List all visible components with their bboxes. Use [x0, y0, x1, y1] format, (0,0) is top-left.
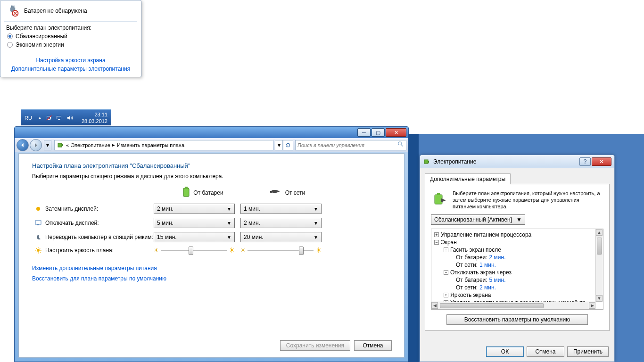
plan-saver-radio[interactable]: Экономия энергии	[0, 41, 141, 49]
dim-ac-value[interactable]: 1 мин.	[479, 262, 496, 268]
tree-leaf-dim-ac[interactable]: От сети:1 мин.	[433, 261, 594, 269]
save-button[interactable]: Сохранить изменения	[280, 340, 350, 351]
svg-rect-8	[62, 144, 63, 146]
row-off: Отключать дисплей: 5 мин.▼ 2 мин.▼	[32, 218, 391, 228]
links-section: Изменить дополнительные параметры питани…	[32, 265, 391, 282]
svg-rect-0	[11, 6, 12, 8]
col-ac: От сети	[245, 188, 330, 197]
close-button[interactable]: ✕	[592, 157, 611, 166]
power-large-icon	[431, 190, 448, 207]
network-tray-icon[interactable]	[56, 114, 63, 122]
breadcrumb-1[interactable]: Электропитание	[71, 142, 110, 148]
off-battery-dropdown[interactable]: 5 мин.▼	[154, 218, 235, 228]
search-icon	[397, 141, 404, 149]
dim-battery-dropdown[interactable]: 2 мин.▼	[154, 204, 235, 214]
plan-select-label: Выберите план электропитания:	[0, 22, 141, 32]
svg-rect-1	[14, 6, 15, 8]
ok-button[interactable]: ОК	[486, 346, 524, 357]
svg-rect-18	[424, 160, 428, 164]
maximize-button[interactable]: ▢	[372, 128, 385, 137]
page-subtitle: Выберите параметры спящего режима и дисп…	[32, 173, 391, 180]
search-input[interactable]	[297, 142, 397, 148]
help-button[interactable]: ?	[579, 157, 591, 166]
tree-node-off[interactable]: −Отключать экран через	[433, 269, 594, 276]
tree-node-brightness[interactable]: +Яркость экрана	[433, 291, 594, 299]
address-bar[interactable]: « Электропитание ▸ Изменить параметры пл…	[54, 140, 273, 150]
nav-history-dropdown[interactable]: ▾	[44, 140, 51, 150]
brightness-link[interactable]: Настройка яркости экрана	[2, 56, 139, 65]
battery-flyout: Батарея не обнаружена Выберите план элек…	[0, 0, 141, 77]
vertical-scrollbar[interactable]: ▲ ▼	[595, 229, 603, 302]
sun-small-icon: ☀	[154, 247, 159, 254]
window-body: Настройка плана электропитания "Сбаланси…	[18, 153, 405, 358]
lang-indicator[interactable]: RU	[21, 115, 36, 121]
svg-rect-7	[58, 143, 62, 147]
power-plan-window: ─ ▢ ✕ ▾ « Электропитание ▸ Изменить пара…	[14, 126, 409, 362]
sun-small-icon: ☀	[240, 247, 246, 254]
dim-ac-dropdown[interactable]: 1 мин.▼	[240, 204, 322, 214]
svg-rect-16	[37, 224, 39, 225]
dim-icon	[35, 206, 41, 212]
breadcrumb-2[interactable]: Изменить параметры плана	[117, 142, 184, 148]
sleep-ac-dropdown[interactable]: 20 мин.▼	[240, 232, 322, 242]
collapse-icon[interactable]: −	[444, 247, 448, 252]
cancel-button[interactable]: Отмена	[527, 346, 564, 357]
minimize-button[interactable]: ─	[357, 128, 371, 137]
tree-leaf-off-battery[interactable]: От батареи:5 мин.	[433, 276, 594, 284]
close-button[interactable]: ✕	[386, 128, 406, 137]
tray-overflow-icon[interactable]: ▲	[36, 115, 44, 120]
collapse-icon[interactable]: −	[444, 270, 448, 275]
more-power-options-link[interactable]: Дополнительные параметры электропитания	[2, 65, 139, 73]
off-ac-dropdown[interactable]: 2 мин.▼	[240, 218, 322, 228]
col-ac-label: От сети	[285, 189, 305, 196]
row-dim-label: Затемнить дисплей:	[45, 206, 98, 212]
brightness-battery-slider[interactable]: ☀ ☀	[154, 246, 235, 255]
off-ac-value[interactable]: 2 мин.	[479, 284, 496, 291]
brightness-ac-slider[interactable]: ☀ ☀	[240, 246, 322, 255]
row-brightness-label: Настроить яркость плана:	[45, 247, 114, 254]
settings-tree: +Управление питанием процессора −Экран −…	[431, 229, 603, 310]
volume-tray-icon[interactable]	[66, 114, 74, 122]
nav-back-button[interactable]	[17, 139, 29, 151]
power-tray-icon[interactable]	[45, 114, 53, 122]
address-dropdown[interactable]: ▾	[275, 140, 283, 150]
plug-error-icon	[6, 4, 19, 17]
restore-defaults-button[interactable]: Восстановить параметры по умолчанию	[446, 314, 588, 325]
off-battery-value: 5 мин.	[157, 220, 173, 226]
collapse-icon[interactable]: −	[434, 240, 439, 245]
svg-rect-6	[58, 119, 60, 120]
horizontal-scrollbar[interactable]: ◀ ▶	[431, 302, 595, 309]
row-sleep-label: Переводить компьютер в спящий режим:	[45, 234, 153, 240]
restore-defaults-link[interactable]: Восстановить для плана параметры по умол…	[32, 275, 391, 282]
advanced-settings-link[interactable]: Изменить дополнительные параметры питани…	[32, 265, 391, 272]
svg-rect-11	[183, 188, 189, 197]
search-box[interactable]	[295, 140, 406, 150]
tree-leaf-off-ac[interactable]: От сети:2 мин.	[433, 284, 594, 291]
tree-node-screen[interactable]: −Экран	[433, 239, 594, 246]
off-battery-value[interactable]: 5 мин.	[489, 277, 506, 283]
breadcrumb-glyph: «	[66, 142, 69, 148]
svg-point-14	[36, 207, 40, 211]
battery-status-row: Батарея не обнаружена	[0, 0, 141, 21]
refresh-button[interactable]	[283, 140, 293, 150]
tree-node-dim[interactable]: −Гасить экран после	[433, 246, 594, 254]
clock[interactable]: 23:11 28.03.2012	[78, 111, 111, 124]
tree-node-cpu[interactable]: +Управление питанием процессора	[433, 231, 594, 239]
sleep-ac-value: 20 мин.	[244, 234, 264, 240]
sleep-battery-dropdown[interactable]: 15 мин.▼	[154, 232, 235, 242]
svg-rect-13	[270, 192, 272, 193]
expand-icon[interactable]: +	[444, 293, 448, 297]
svg-rect-21	[437, 193, 440, 195]
apply-button[interactable]: Применить	[567, 346, 609, 357]
cancel-button[interactable]: Отмена	[354, 340, 392, 351]
tree-leaf-dim-battery[interactable]: От батареи:2 мин.	[433, 254, 594, 261]
tab-advanced[interactable]: Дополнительные параметры	[425, 173, 511, 184]
sleep-battery-value: 15 мин.	[157, 234, 177, 240]
dim-battery-value[interactable]: 2 мин.	[489, 254, 506, 261]
plan-dropdown[interactable]: Сбалансированный [Активен]▼	[431, 214, 525, 225]
nav-forward-button[interactable]	[30, 139, 42, 151]
page-title: Настройка плана электропитания "Сбаланси…	[32, 162, 391, 169]
row-brightness: Настроить яркость плана: ☀ ☀ ☀ ☀	[32, 246, 391, 255]
expand-icon[interactable]: +	[434, 232, 439, 237]
plan-balanced-radio[interactable]: Сбалансированный	[0, 32, 141, 41]
